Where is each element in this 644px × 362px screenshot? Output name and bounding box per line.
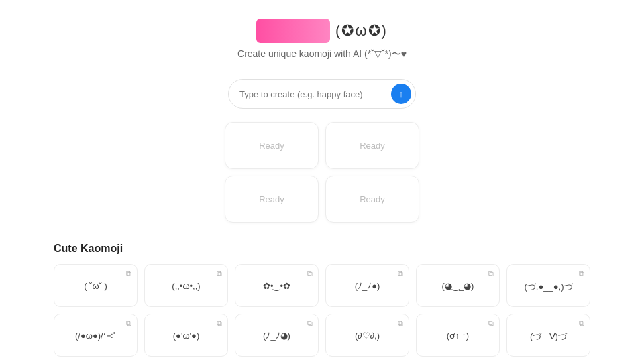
kaomoji-text: (ơ↑ ↑) (447, 330, 469, 341)
copy-button[interactable]: ⧉ (398, 269, 403, 278)
kaomoji-text: ✿•‿•✿ (263, 281, 290, 291)
card-1: Ready (225, 122, 319, 169)
kaomoji-text: (/●ω●)/ʻ∹˚ (75, 330, 116, 341)
copy-button[interactable]: ⧉ (488, 269, 494, 278)
kaomoji-card: ⧉(づ¯ ̄ꓦ)づ (506, 314, 590, 357)
kaomoji-card: ⧉(,,•ω•,,) (144, 264, 228, 307)
kaomoji-card: ⧉(●'ω'●) (144, 314, 228, 357)
kaomoji-card: ⧉(∂♡∂,) (325, 314, 409, 357)
kaomoji-card: ⧉(ﾉ_ﾉ●) (325, 264, 409, 307)
kaomoji-text: (∂♡∂,) (355, 330, 380, 341)
kaomoji-text: (,,•ω•,,) (172, 281, 200, 291)
kaomoji-text: ( ˘ω˘ ) (84, 281, 107, 291)
kaomoji-card: ⧉✿•‿•✿ (235, 264, 319, 307)
copy-button[interactable]: ⧉ (398, 319, 403, 328)
kaomoji-card: ⧉(/●ω●)/ʻ∹˚ (54, 314, 138, 357)
kaomoji-grid-row1: ⧉( ˘ω˘ )⧉(,,•ω•,,)⧉✿•‿•✿⧉(ﾉ_ﾉ●)⧉(◕‿_◕)⧉(… (54, 264, 590, 307)
kaomoji-text: (●'ω'●) (173, 330, 199, 341)
card-3: Ready (225, 176, 319, 223)
copy-button[interactable]: ⧉ (307, 269, 313, 278)
kaomoji-card: ⧉(ơ↑ ↑) (416, 314, 500, 357)
kaomoji-card: ⧉( ˘ω˘ ) (54, 264, 138, 307)
copy-button[interactable]: ⧉ (217, 319, 222, 328)
kaomoji-card: ⧉(づ,●__●,)づ (506, 264, 590, 307)
kaomoji-text: (ﾉ_ﾉ●) (355, 281, 380, 291)
copy-button[interactable]: ⧉ (579, 269, 584, 278)
search-area: ↑ (228, 79, 416, 109)
section-title: Cute Kaomoji (54, 243, 590, 255)
kaomoji-text: (づ¯ ̄ꓦ)づ (530, 330, 567, 343)
card-4: Ready (325, 176, 419, 223)
logo-emoji: (✪ω✪) (335, 22, 388, 40)
logo-area: (✪ω✪) (256, 19, 388, 43)
search-button[interactable]: ↑ (391, 84, 411, 104)
kaomoji-card: ⧉(ﾉ_ﾉ◕) (235, 314, 319, 357)
kaomoji-text: (づ,●__●,)づ (524, 281, 572, 293)
card-2: Ready (325, 122, 419, 169)
copy-button[interactable]: ⧉ (307, 319, 313, 328)
tagline: Create unique kaomoji with AI (*˘▽˘*)〜♥ (237, 48, 407, 60)
logo-gradient (256, 19, 330, 43)
copy-button[interactable]: ⧉ (488, 319, 494, 328)
copy-button[interactable]: ⧉ (126, 269, 131, 278)
cards-grid: Ready Ready Ready Ready (225, 122, 419, 223)
page-container: (✪ω✪) Create unique kaomoji with AI (*˘▽… (0, 0, 644, 362)
kaomoji-card: ⧉(◕‿_◕) (416, 264, 500, 307)
search-input[interactable] (239, 89, 391, 99)
copy-button[interactable]: ⧉ (579, 319, 584, 328)
kaomoji-grid-row2: ⧉(/●ω●)/ʻ∹˚⧉(●'ω'●)⧉(ﾉ_ﾉ◕)⧉(∂♡∂,)⧉(ơ↑ ↑)… (54, 314, 590, 357)
kaomoji-text: (ﾉ_ﾉ◕) (263, 330, 290, 341)
copy-button[interactable]: ⧉ (217, 269, 222, 278)
copy-button[interactable]: ⧉ (126, 319, 131, 328)
kaomoji-text: (◕‿_◕) (442, 281, 474, 291)
